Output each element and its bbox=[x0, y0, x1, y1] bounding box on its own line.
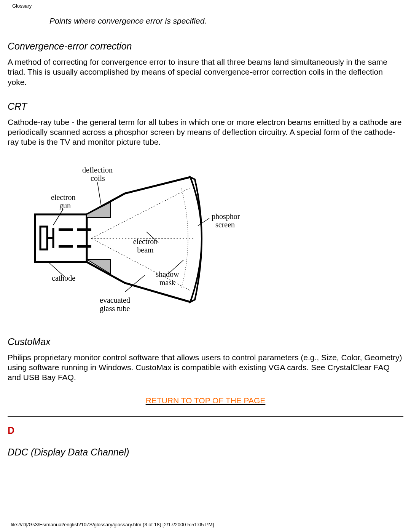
label-phosphor-1: phosphor bbox=[212, 212, 240, 221]
label-evacuated-2: glass tube bbox=[100, 304, 130, 313]
svg-rect-1 bbox=[40, 227, 47, 249]
label-electron-gun-1: electron bbox=[51, 193, 75, 201]
term-crt-body: Cathode-ray tube - the general term for … bbox=[8, 117, 403, 147]
return-to-top-link[interactable]: RETURN TO TOP OF THE PAGE bbox=[8, 396, 403, 405]
svg-line-12 bbox=[198, 218, 209, 226]
page-footer-path: file:///D|/Gs3/Es/manual/english/107S/gl… bbox=[11, 522, 214, 527]
label-shadow-mask-2: mask bbox=[159, 278, 175, 287]
term-ddc-heading: DDC (Display Data Channel) bbox=[8, 447, 403, 458]
term-customax-heading: CustoMax bbox=[8, 336, 403, 347]
term-crt-heading: CRT bbox=[8, 101, 403, 112]
label-cathode: cathode bbox=[52, 274, 75, 282]
return-to-top-anchor[interactable]: RETURN TO TOP OF THE PAGE bbox=[146, 396, 266, 405]
label-electron-beam-2: beam bbox=[137, 246, 154, 254]
term-customax-body: Philips proprietary monitor control soft… bbox=[8, 353, 403, 383]
crt-diagram: deflection coils electron gun phosphor s… bbox=[30, 161, 403, 323]
label-deflection-coils-2: coils bbox=[91, 174, 105, 182]
page-container: Glossary Points where convergence error … bbox=[0, 0, 411, 532]
section-letter-d: D bbox=[8, 425, 403, 436]
label-electron-beam-1: electron bbox=[133, 237, 158, 246]
figure-caption: Points where convergence error is specif… bbox=[49, 16, 403, 26]
label-evacuated-1: evacuated bbox=[100, 296, 130, 304]
term-convergence-body: A method of correcting for convergence e… bbox=[8, 57, 403, 87]
label-electron-gun-2: gun bbox=[59, 201, 71, 210]
term-convergence-heading: Convergence-error correction bbox=[8, 41, 403, 52]
label-phosphor-2: screen bbox=[215, 220, 235, 229]
label-deflection-coils-1: deflection bbox=[82, 166, 113, 174]
svg-line-8 bbox=[97, 182, 101, 206]
page-header-title: Glossary bbox=[12, 3, 403, 9]
section-divider bbox=[8, 416, 403, 417]
label-shadow-mask-1: shadow bbox=[156, 270, 179, 278]
